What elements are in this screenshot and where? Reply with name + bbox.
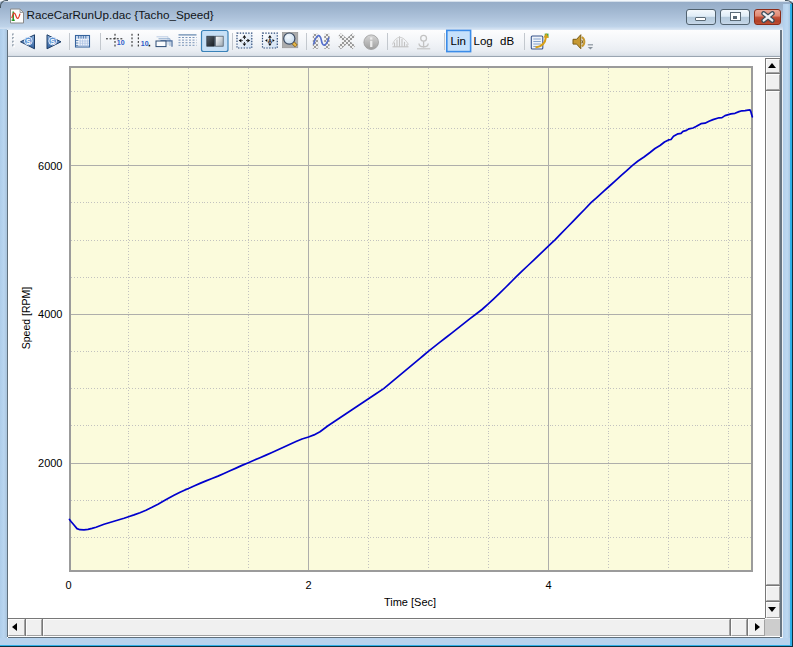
svg-text:10: 10 bbox=[141, 40, 149, 47]
svg-text:10: 10 bbox=[117, 39, 125, 46]
svg-text:S: S bbox=[50, 38, 55, 45]
svg-text:S: S bbox=[26, 38, 31, 45]
svg-text:A: A bbox=[268, 38, 273, 44]
